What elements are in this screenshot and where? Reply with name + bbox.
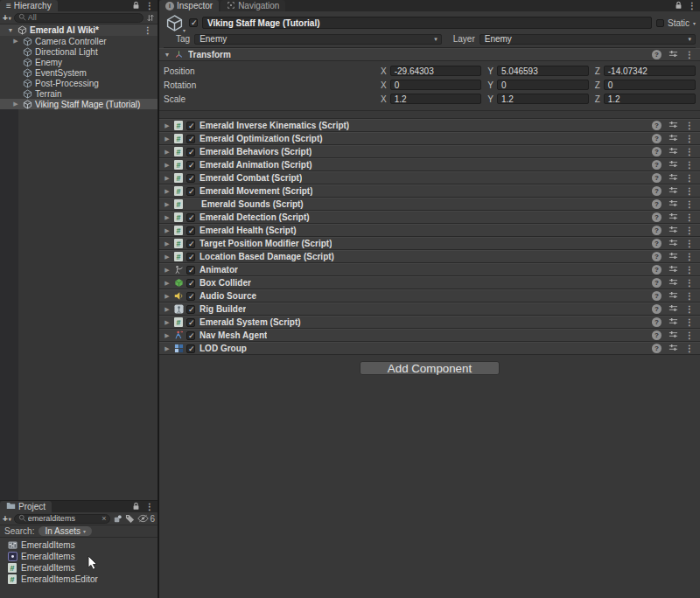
position-z-field[interactable]: -14.07342 bbox=[604, 66, 696, 76]
foldout-icon[interactable] bbox=[164, 280, 171, 287]
component-header[interactable]: Emerald Behaviors (Script) bbox=[159, 145, 700, 158]
presets-icon[interactable] bbox=[668, 225, 678, 236]
component-header[interactable]: Emerald Optimization (Script) bbox=[159, 132, 700, 145]
help-icon[interactable] bbox=[652, 304, 662, 314]
component-enabled-checkbox[interactable] bbox=[186, 344, 195, 353]
foldout-icon[interactable] bbox=[164, 214, 171, 221]
component-enabled-checkbox[interactable] bbox=[186, 226, 195, 235]
component-enabled-checkbox[interactable] bbox=[186, 161, 195, 170]
component-enabled-checkbox[interactable] bbox=[186, 187, 195, 196]
scale-y-field[interactable]: 1.2 bbox=[497, 94, 589, 104]
sort-icon[interactable] bbox=[146, 13, 155, 23]
search-by-label-icon[interactable] bbox=[125, 514, 135, 524]
rotation-x-field[interactable]: 0 bbox=[390, 80, 482, 90]
position-x-field[interactable]: -29.64303 bbox=[390, 66, 482, 76]
presets-icon[interactable] bbox=[668, 198, 678, 210]
component-header[interactable]: Emerald Inverse Kinematics (Script) bbox=[159, 119, 700, 132]
kebab-menu-icon[interactable] bbox=[685, 317, 694, 327]
help-icon[interactable] bbox=[652, 265, 662, 275]
foldout-icon[interactable] bbox=[164, 319, 171, 326]
foldout-icon[interactable] bbox=[164, 293, 171, 300]
component-header[interactable]: Rig Builder bbox=[159, 302, 700, 316]
presets-icon[interactable] bbox=[668, 264, 678, 275]
foldout-icon[interactable] bbox=[164, 149, 171, 156]
foldout-icon[interactable] bbox=[164, 306, 171, 313]
component-enabled-checkbox[interactable] bbox=[186, 266, 195, 275]
kebab-menu-icon[interactable] bbox=[685, 160, 694, 170]
project-search-input[interactable] bbox=[14, 514, 111, 524]
help-icon[interactable] bbox=[652, 278, 662, 288]
presets-icon[interactable] bbox=[668, 120, 678, 131]
asset-row[interactable]: EmeraldItems bbox=[0, 551, 158, 562]
add-component-button[interactable]: Add Component bbox=[360, 361, 500, 375]
help-icon[interactable] bbox=[652, 121, 662, 130]
kebab-menu-icon[interactable] bbox=[685, 291, 694, 301]
help-icon[interactable] bbox=[652, 291, 662, 301]
component-header[interactable]: Location Based Damage (Script) bbox=[159, 250, 700, 263]
create-asset-button[interactable]: +▾ bbox=[3, 514, 11, 524]
foldout-icon[interactable] bbox=[164, 175, 171, 182]
presets-icon[interactable] bbox=[668, 316, 678, 328]
presets-icon[interactable] bbox=[668, 212, 678, 223]
gameobject-name-field[interactable]: Viking Staff Mage (Tutorial) bbox=[202, 17, 652, 29]
kebab-menu-icon[interactable] bbox=[145, 1, 154, 10]
project-search-field[interactable] bbox=[28, 514, 100, 523]
kebab-menu-icon[interactable] bbox=[685, 344, 694, 353]
hierarchy-item-directional-light[interactable]: Directional Light bbox=[0, 46, 158, 57]
component-header[interactable]: Emerald Detection (Script) bbox=[159, 211, 700, 224]
component-enabled-checkbox[interactable] bbox=[186, 279, 195, 288]
foldout-icon[interactable] bbox=[164, 254, 171, 261]
help-icon[interactable] bbox=[652, 344, 662, 353]
component-enabled-checkbox[interactable] bbox=[186, 318, 195, 327]
asset-row[interactable]: EmeraldItems bbox=[0, 539, 158, 551]
kebab-menu-icon[interactable] bbox=[685, 134, 694, 143]
help-icon[interactable] bbox=[652, 160, 662, 170]
rotation-z-field[interactable]: 0 bbox=[604, 80, 696, 90]
help-icon[interactable] bbox=[652, 199, 662, 209]
foldout-open-icon[interactable] bbox=[7, 27, 14, 33]
kebab-menu-icon[interactable] bbox=[145, 502, 154, 511]
presets-icon[interactable] bbox=[668, 159, 678, 170]
tag-dropdown[interactable]: Enemy bbox=[194, 34, 442, 45]
help-icon[interactable] bbox=[652, 147, 662, 156]
foldout-icon[interactable] bbox=[164, 227, 171, 234]
kebab-menu-icon[interactable] bbox=[685, 304, 694, 314]
kebab-menu-icon[interactable] bbox=[685, 50, 694, 59]
component-enabled-checkbox[interactable] bbox=[186, 122, 195, 130]
foldout-icon[interactable] bbox=[164, 136, 171, 143]
foldout-icon[interactable] bbox=[164, 122, 171, 129]
component-enabled-checkbox[interactable] bbox=[186, 292, 195, 301]
component-header[interactable]: Target Position Modifier (Script) bbox=[159, 237, 700, 250]
component-enabled-checkbox[interactable] bbox=[186, 213, 195, 222]
lock-icon[interactable] bbox=[132, 1, 140, 11]
help-icon[interactable] bbox=[652, 50, 662, 59]
component-header[interactable]: LOD Group bbox=[159, 342, 700, 355]
component-header[interactable]: Box Collider bbox=[159, 276, 700, 289]
help-icon[interactable] bbox=[652, 226, 662, 235]
component-header[interactable]: Emerald Sounds (Script) bbox=[159, 198, 700, 211]
presets-icon[interactable] bbox=[668, 146, 678, 157]
hidden-count-toggle[interactable]: 6 bbox=[137, 514, 155, 524]
hierarchy-item-eventsystem[interactable]: EventSystem bbox=[0, 67, 158, 78]
component-enabled-checkbox[interactable] bbox=[186, 240, 195, 248]
presets-icon[interactable] bbox=[668, 185, 678, 197]
scale-z-field[interactable]: 1.2 bbox=[604, 94, 696, 104]
component-header[interactable]: Nav Mesh Agent bbox=[159, 329, 700, 342]
gameobject-active-checkbox[interactable] bbox=[189, 18, 198, 27]
foldout-icon[interactable] bbox=[164, 345, 171, 352]
help-icon[interactable] bbox=[652, 186, 662, 196]
help-icon[interactable] bbox=[652, 212, 662, 222]
kebab-menu-icon[interactable] bbox=[685, 199, 694, 209]
tab-navigation[interactable]: Navigation bbox=[220, 0, 285, 11]
hierarchy-item-enemy[interactable]: Enemy bbox=[0, 57, 158, 67]
component-enabled-checkbox[interactable] bbox=[186, 148, 195, 156]
scene-kebab-icon[interactable] bbox=[144, 25, 155, 35]
static-control[interactable]: Static ▾ bbox=[656, 18, 696, 28]
component-enabled-checkbox[interactable] bbox=[186, 305, 195, 314]
presets-icon[interactable] bbox=[668, 133, 678, 144]
foldout-icon[interactable] bbox=[164, 267, 171, 274]
rotation-y-field[interactable]: 0 bbox=[497, 80, 589, 90]
help-icon[interactable] bbox=[652, 239, 662, 248]
scale-x-field[interactable]: 1.2 bbox=[390, 94, 482, 104]
kebab-menu-icon[interactable] bbox=[685, 265, 694, 275]
